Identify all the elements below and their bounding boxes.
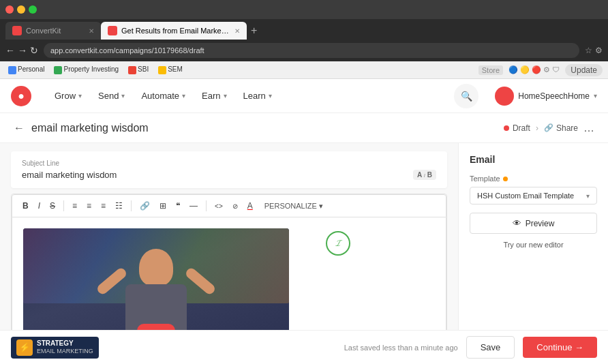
more-options-button[interactable]: … [583, 122, 594, 134]
bookmark-property[interactable]: Property Investing [51, 64, 121, 75]
nav-earn-label: Earn [202, 91, 220, 101]
save-button[interactable]: Save [466, 336, 515, 359]
bookmarks-bar: Personal Property Investing SBI SEM Stor… [0, 61, 608, 79]
right-sidebar: Email Template HSH Custom Email Template… [458, 143, 608, 330]
forward-browser-btn[interactable]: → [18, 45, 27, 56]
preview-label: Preview [526, 219, 555, 228]
italic-btn[interactable]: I [35, 199, 44, 213]
extension-icons-row: 🔵 🟡 🔴 ⚙ 🛡 [508, 65, 560, 74]
content-editor[interactable]: 𝓘 [12, 217, 446, 330]
tab-2[interactable]: Get Results from Email Marketi… ✕ [101, 22, 247, 40]
ul-btn[interactable]: ≡ [69, 199, 80, 213]
editor-scroll: Subject Line A / B B I [0, 143, 458, 330]
nav-send[interactable]: Send ▾ [91, 87, 132, 105]
footer-actions: Last saved less than a minute ago Save C… [344, 336, 597, 359]
personalize-button[interactable]: PERSONALIZE ▾ [264, 202, 323, 211]
address-bar: ← → ↻ app.convertkit.com/campaigns/10179… [0, 40, 608, 61]
eye-icon: 👁 [513, 218, 521, 228]
right-arm [184, 267, 217, 297]
bookmark-favicon [8, 66, 16, 74]
hr-btn[interactable]: — [186, 199, 201, 213]
save-label: Save [481, 342, 501, 352]
try-new-label: Try our new editor [503, 241, 563, 249]
nav-grow[interactable]: Grow ▾ [48, 87, 89, 105]
store-btn[interactable]: Store [478, 65, 503, 75]
footer-logo: ⚡ STRATEGY EMAIL MARKETING [11, 337, 99, 359]
nav-grow-chevron: ▾ [78, 92, 82, 100]
blockquote-btn[interactable]: ❝ [172, 199, 183, 213]
minimize-traffic-light[interactable] [17, 5, 25, 14]
play-button[interactable] [137, 324, 175, 330]
url-box[interactable]: app.convertkit.com/campaigns/10179668/dr… [44, 43, 579, 58]
tab-favicon-2 [108, 26, 117, 35]
strikethrough-btn[interactable]: S [46, 199, 59, 213]
subject-row: A / B [22, 170, 436, 180]
rich-editor-box: B I S ≡ ≡ ≡ ☷ 🔗 ⊞ ❝ — <> [11, 194, 447, 330]
extension-icon[interactable]: ⚙ [595, 46, 603, 55]
main-nav-items: Grow ▾ Send ▾ Automate ▾ Earn ▾ Learn ▾ [48, 87, 438, 105]
app-nav: ● Grow ▾ Send ▾ Automate ▾ Earn ▾ Learn … [0, 79, 608, 113]
continue-button[interactable]: Continue → [523, 337, 597, 358]
bookmark-personal[interactable]: Personal [5, 64, 47, 75]
user-menu[interactable]: HomeSpeechHome ▾ [495, 87, 597, 106]
bold-btn[interactable]: B [19, 199, 32, 213]
bookmark-favicon-4 [158, 66, 166, 74]
app-logo[interactable]: ● [11, 86, 31, 106]
nav-automate-chevron: ▾ [182, 92, 185, 100]
address-icons: ☆ ⚙ [585, 46, 603, 55]
ab-sep: / [424, 172, 425, 179]
tab-2-close-btn[interactable]: ✕ [234, 27, 240, 35]
nav-earn[interactable]: Earn ▾ [195, 87, 233, 105]
back-button[interactable]: ← [14, 122, 25, 134]
template-select[interactable]: HSH Custom Email Template ▾ [470, 187, 597, 204]
code-btn[interactable]: <> [211, 200, 226, 212]
browser-chrome [0, 0, 608, 19]
content-wrapper: ← email marketing wisdom Draft › 🔗 Share… [0, 113, 608, 330]
search-button[interactable]: 🔍 [454, 84, 478, 108]
video-thumbnail[interactable] [23, 228, 289, 330]
maximize-traffic-light[interactable] [29, 5, 37, 14]
close-traffic-light[interactable] [5, 5, 14, 14]
html-btn[interactable]: ⊘ [229, 200, 241, 212]
link-btn[interactable]: 🔗 [136, 199, 153, 213]
avatar [495, 87, 514, 106]
footer-brand-line2: EMAIL MARKETING [37, 348, 93, 354]
traffic-lights [5, 5, 37, 14]
footer-logo-text: STRATEGY EMAIL MARKETING [37, 339, 93, 355]
reload-btn[interactable]: ↻ [30, 45, 38, 56]
back-browser-btn[interactable]: ← [5, 45, 15, 56]
nav-automate[interactable]: Automate ▾ [134, 87, 192, 105]
logo-icon: ● [18, 90, 25, 102]
try-new-editor-link[interactable]: Try our new editor [470, 241, 597, 249]
bookmark-icon[interactable]: ☆ [585, 46, 592, 55]
subject-input[interactable] [22, 170, 408, 180]
tab-close-btn[interactable]: ✕ [89, 27, 94, 35]
back-bar-right: Draft › 🔗 Share … [504, 122, 594, 134]
bookmark-sbi[interactable]: SBI [125, 64, 151, 75]
ol-btn[interactable]: ≡ [83, 199, 95, 213]
template-label: Template [470, 175, 597, 183]
font-color-btn[interactable]: A [244, 199, 256, 213]
sidebar-title: Email [470, 154, 597, 165]
indent-btn[interactable]: ≡ [97, 199, 109, 213]
nav-earn-chevron: ▾ [224, 92, 227, 100]
ab-test-badge[interactable]: A / B [413, 170, 436, 180]
subject-section: Subject Line A / B [11, 151, 447, 188]
bookmark-sem[interactable]: SEM [155, 64, 185, 75]
new-tab-button[interactable]: + [251, 22, 257, 40]
cursor-symbol: 𝓘 [335, 238, 341, 249]
tab-favicon [12, 26, 22, 35]
share-button[interactable]: 🔗 Share [544, 123, 578, 133]
tab-1[interactable]: ConvertKit ✕ [5, 22, 101, 40]
user-chevron: ▾ [594, 92, 597, 100]
preview-button[interactable]: 👁 Preview [470, 213, 597, 234]
lightning-icon: ⚡ [19, 342, 30, 352]
toolbar-sep-2 [131, 200, 132, 211]
page-title: email marketing wisdom [31, 122, 149, 134]
cursor-indicator: 𝓘 [326, 231, 350, 256]
toolbar-sep-3 [206, 200, 207, 211]
nav-learn[interactable]: Learn ▾ [237, 87, 279, 105]
update-btn[interactable]: Update [565, 64, 603, 76]
image-btn[interactable]: ⊞ [156, 199, 170, 213]
align-btn[interactable]: ☷ [112, 199, 126, 213]
